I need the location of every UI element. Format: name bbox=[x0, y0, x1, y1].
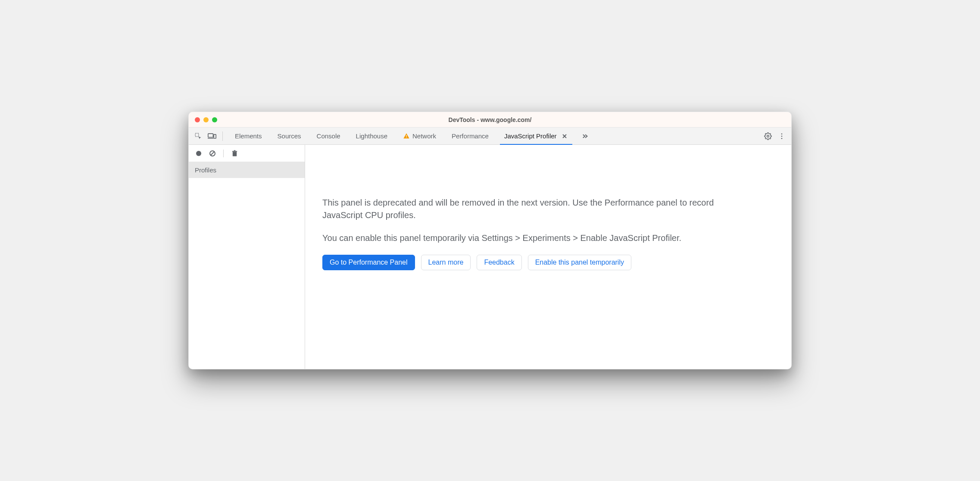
svg-point-11 bbox=[781, 137, 783, 139]
tab-javascript-profiler[interactable]: JavaScript Profiler bbox=[496, 128, 576, 144]
tab-lighthouse[interactable]: Lighthouse bbox=[348, 128, 395, 144]
svg-line-14 bbox=[211, 152, 214, 155]
svg-point-9 bbox=[781, 133, 783, 134]
close-tab-icon[interactable] bbox=[561, 133, 568, 140]
svg-rect-3 bbox=[214, 134, 216, 138]
main-panel: Profiles This panel is deprecated and wi… bbox=[189, 145, 791, 369]
device-toolbar-icon[interactable] bbox=[206, 130, 218, 142]
minimize-window-button[interactable] bbox=[203, 117, 209, 122]
kebab-menu-icon[interactable] bbox=[776, 130, 788, 142]
tab-label: JavaScript Profiler bbox=[504, 132, 557, 140]
svg-rect-5 bbox=[406, 137, 406, 137]
profiles-list: Profiles bbox=[189, 162, 305, 369]
warning-icon bbox=[403, 133, 410, 140]
settings-gear-icon[interactable] bbox=[762, 130, 774, 142]
svg-rect-1 bbox=[208, 134, 213, 137]
tab-label: Sources bbox=[278, 132, 301, 140]
maximize-window-button[interactable] bbox=[212, 117, 217, 122]
action-buttons: Go to Performance Panel Learn more Feedb… bbox=[322, 255, 719, 270]
tab-label: Network bbox=[412, 132, 436, 140]
enable-temporarily-button[interactable]: Enable this panel temporarily bbox=[528, 255, 631, 270]
go-to-performance-button[interactable]: Go to Performance Panel bbox=[322, 255, 415, 270]
sidebar-item-label: Profiles bbox=[195, 166, 216, 174]
svg-point-10 bbox=[781, 135, 783, 137]
tab-label: Elements bbox=[235, 132, 262, 140]
profiles-sidebar: Profiles bbox=[189, 145, 305, 369]
learn-more-button[interactable]: Learn more bbox=[421, 255, 471, 270]
svg-rect-15 bbox=[232, 152, 236, 156]
sidebar-toolbar bbox=[189, 145, 305, 162]
record-icon[interactable] bbox=[193, 148, 204, 159]
svg-rect-0 bbox=[195, 133, 199, 137]
svg-point-12 bbox=[196, 151, 201, 156]
titlebar: DevTools - www.google.com/ bbox=[189, 112, 791, 128]
main-tabstrip: Elements Sources Console Lighthouse Netw… bbox=[189, 128, 791, 145]
tab-label: Lighthouse bbox=[356, 132, 387, 140]
deprecation-message: This panel is deprecated and will be rem… bbox=[322, 197, 719, 352]
toolbar-divider bbox=[223, 150, 224, 157]
tab-console[interactable]: Console bbox=[309, 128, 348, 144]
content-area: This panel is deprecated and will be rem… bbox=[305, 145, 791, 369]
window-controls bbox=[189, 117, 217, 122]
more-tabs-icon[interactable] bbox=[579, 130, 591, 142]
message-paragraph: You can enable this panel temporarily vi… bbox=[322, 232, 719, 244]
sidebar-item-profiles[interactable]: Profiles bbox=[189, 162, 305, 178]
close-window-button[interactable] bbox=[195, 117, 200, 122]
tab-network[interactable]: Network bbox=[395, 128, 444, 144]
tab-sources[interactable]: Sources bbox=[270, 128, 309, 144]
tab-elements[interactable]: Elements bbox=[227, 128, 270, 144]
feedback-button[interactable]: Feedback bbox=[477, 255, 521, 270]
svg-rect-4 bbox=[406, 135, 406, 137]
svg-point-8 bbox=[767, 135, 769, 137]
tab-performance[interactable]: Performance bbox=[444, 128, 496, 144]
tab-label: Console bbox=[317, 132, 340, 140]
devtools-window: DevTools - www.google.com/ Elements Sour… bbox=[188, 112, 792, 369]
panel-tabs: Elements Sources Console Lighthouse Netw… bbox=[227, 128, 576, 144]
svg-rect-17 bbox=[234, 150, 235, 151]
inspect-element-icon[interactable] bbox=[192, 130, 204, 142]
window-title: DevTools - www.google.com/ bbox=[189, 116, 791, 123]
clear-icon[interactable] bbox=[207, 148, 218, 159]
toolbar-divider bbox=[222, 131, 223, 141]
message-paragraph: This panel is deprecated and will be rem… bbox=[322, 197, 719, 222]
svg-rect-16 bbox=[232, 151, 237, 152]
delete-icon[interactable] bbox=[229, 148, 240, 159]
tab-label: Performance bbox=[452, 132, 489, 140]
